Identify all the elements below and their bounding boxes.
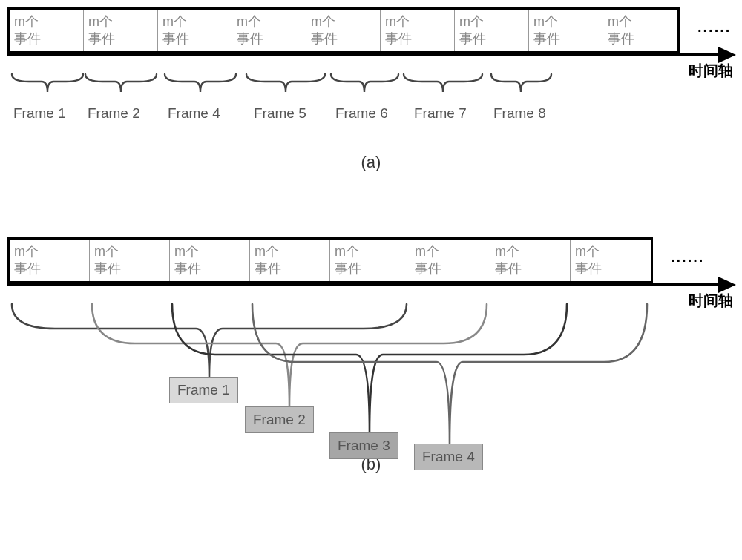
frame-label: Frame 4: [168, 105, 220, 122]
event-cell: m个事件: [84, 10, 158, 51]
event-cell: m个事件: [250, 240, 330, 281]
ellipsis-icon: ······: [680, 22, 731, 39]
event-cell: m个事件: [330, 240, 410, 281]
event-cell: m个事件: [603, 10, 677, 51]
axis-label-b: 时间轴: [689, 291, 733, 311]
frame-label: Frame 8: [493, 105, 546, 122]
frame-box: Frame 1: [169, 377, 238, 403]
event-cell: m个事件: [306, 10, 381, 51]
frame-label: Frame 2: [88, 105, 140, 122]
frame-box: Frame 3: [329, 432, 398, 459]
frame-labels-a: Frame 1 Frame 2 Frame 4 Frame 5 Frame 6 …: [7, 101, 735, 123]
event-cell: m个事件: [10, 10, 84, 51]
event-cell: m个事件: [158, 10, 232, 51]
event-cell: m个事件: [232, 10, 306, 51]
event-cell: m个事件: [10, 240, 90, 281]
diagram-a: m个事件 m个事件 m个事件 m个事件 m个事件 m个事件 m个事件 m个事件 …: [7, 7, 735, 172]
ellipsis-icon: ······: [653, 252, 704, 269]
braces-a: [7, 73, 735, 101]
time-axis-b: 时间轴: [7, 283, 735, 303]
cell-group-b: m个事件 m个事件 m个事件 m个事件 m个事件 m个事件 m个事件 m个事件: [7, 237, 653, 283]
diagram-b: m个事件 m个事件 m个事件 m个事件 m个事件 m个事件 m个事件 m个事件 …: [7, 237, 735, 474]
event-cell: m个事件: [455, 10, 529, 51]
timeline-row-a: m个事件 m个事件 m个事件 m个事件 m个事件 m个事件 m个事件 m个事件 …: [7, 7, 735, 53]
cell-group-a: m个事件 m个事件 m个事件 m个事件 m个事件 m个事件 m个事件 m个事件 …: [7, 7, 680, 53]
sublabel-a: (a): [7, 153, 735, 172]
frame-box: Frame 2: [245, 406, 314, 433]
frame-label: Frame 1: [13, 105, 66, 122]
event-cell: m个事件: [529, 10, 603, 51]
event-cell: m个事件: [571, 240, 651, 281]
event-cell: m个事件: [381, 10, 455, 51]
frame-label: Frame 7: [414, 105, 467, 122]
time-axis-a: 时间轴: [7, 53, 735, 73]
frame-label: Frame 5: [254, 105, 306, 122]
timeline-row-b: m个事件 m个事件 m个事件 m个事件 m个事件 m个事件 m个事件 m个事件 …: [7, 237, 735, 283]
frame-label: Frame 6: [335, 105, 388, 122]
event-cell: m个事件: [170, 240, 250, 281]
event-cell: m个事件: [490, 240, 571, 281]
frame-box: Frame 4: [414, 444, 483, 470]
event-cell: m个事件: [90, 240, 170, 281]
event-cell: m个事件: [410, 240, 490, 281]
